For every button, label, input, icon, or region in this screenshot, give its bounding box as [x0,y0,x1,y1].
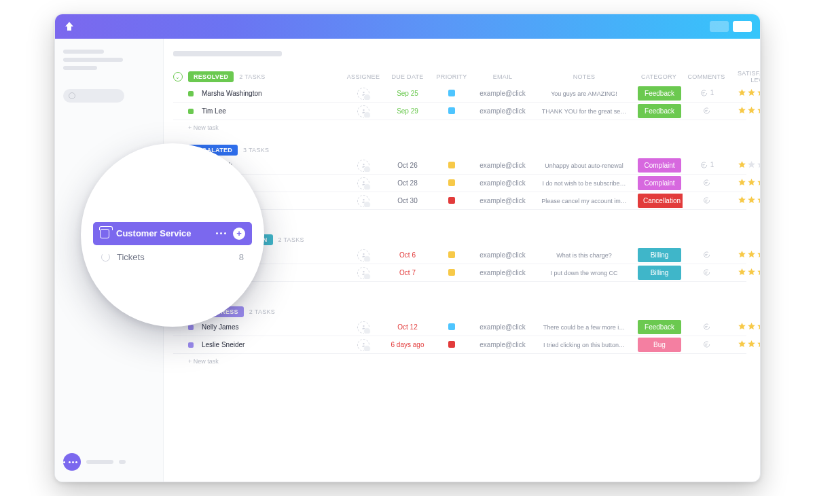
task-row[interactable]: Marsha Washington Sep 25 example@click Y… [173,85,746,103]
satisfaction-stars[interactable] [738,322,761,331]
assignee-avatar[interactable] [357,88,369,100]
add-list-button[interactable]: + [233,228,245,240]
notes-value: What is this charge? [533,252,635,259]
due-date[interactable]: Oct 26 [384,162,431,169]
group-header: ⌄ IN PROGRESS 2 TASKS [173,305,746,319]
assignee-avatar[interactable] [357,249,369,262]
priority-flag-icon[interactable] [448,162,455,168]
priority-flag-icon[interactable] [448,341,455,348]
task-row[interactable]: Kylie Park Oct 26 example@click Unhappy … [173,157,746,175]
sidebar-list-tickets[interactable]: Tickets 8 [93,245,252,262]
comments-button[interactable] [702,250,711,259]
task-row[interactable]: Tom Mckee Oct 7 example@click I put down… [173,264,746,282]
sidebar-placeholder [63,66,97,70]
svg-point-0 [363,92,364,93]
priority-flag-icon[interactable] [448,323,455,330]
task-row[interactable]: Leslie Sneider 6 days ago example@click … [173,336,746,354]
satisfaction-stars[interactable] [738,196,761,204]
comments-button[interactable] [702,196,711,205]
assignee-avatar[interactable] [357,339,369,351]
new-task-button[interactable]: + New task [173,282,746,293]
priority-flag-icon[interactable] [448,107,455,114]
task-title: Marsha Washington [202,90,262,97]
category-pill[interactable]: Complaint [638,158,681,173]
satisfaction-stars[interactable] [738,106,761,115]
comments-button[interactable]: 1 [699,88,714,98]
notes-value: THANK YOU for the great se… [533,108,635,115]
priority-flag-icon[interactable] [448,179,455,186]
task-row[interactable]: Tessa Antonini Oct 28 example@click I do… [173,175,746,192]
top-bar-actions [710,21,752,32]
col-assignee: ASSIGNEE [343,73,384,80]
comments-button[interactable] [702,178,711,187]
top-action-1[interactable] [710,21,729,32]
comments-button[interactable] [702,322,711,331]
new-task-button[interactable]: + New task [173,354,746,365]
assignee-avatar[interactable] [357,321,369,334]
due-date[interactable]: Oct 6 [384,251,431,259]
status-pill[interactable]: RESOLVED [188,71,234,82]
category-pill[interactable]: Cancellation [638,194,683,208]
chat-launcher[interactable] [63,453,155,471]
svg-point-4 [363,199,364,200]
comments-button[interactable] [702,340,711,349]
satisfaction-stars[interactable] [738,160,761,169]
satisfaction-stars[interactable] [738,340,761,348]
email-value: example@click [472,251,533,259]
comments-button[interactable] [702,106,711,115]
category-pill[interactable]: Billing [638,266,681,280]
notes-value: There could be a few more i… [533,324,635,331]
assignee-avatar[interactable] [357,160,369,172]
collapse-toggle-icon[interactable]: ⌄ [173,72,183,82]
priority-flag-icon[interactable] [448,269,455,276]
task-row[interactable]: Tim Lee Sep 29 example@click THANK YOU f… [173,103,746,120]
col-email: EMAIL [472,73,533,80]
notes-value: Please cancel my account im… [533,198,635,204]
sidebar-list-label: Tickets [117,252,145,262]
due-date[interactable]: Oct 7 [384,269,431,276]
assignee-avatar[interactable] [357,195,369,207]
email-value: example@click [472,269,533,276]
satisfaction-stars[interactable] [738,178,761,187]
priority-flag-icon[interactable] [448,90,455,96]
category-pill[interactable]: Complaint [638,176,681,190]
priority-flag-icon[interactable] [448,251,455,258]
sidebar-search-input[interactable] [63,89,124,103]
due-date[interactable]: 6 days ago [384,341,431,348]
satisfaction-stars[interactable] [738,88,761,97]
category-pill[interactable]: Bug [638,338,681,352]
category-pill[interactable]: Feedback [638,104,681,118]
col-due-date: DUE DATE [384,73,431,80]
sidebar-placeholder [63,58,123,62]
new-task-button[interactable]: + New task [173,120,746,131]
priority-flag-icon[interactable] [448,197,455,204]
assignee-avatar[interactable] [357,105,369,118]
email-value: example@click [472,197,533,204]
folder-options-icon[interactable] [216,232,226,234]
folder-icon [100,229,109,238]
col-notes: NOTES [533,73,635,80]
chat-icon [63,453,81,471]
task-row[interactable]: Nelly James Oct 12 example@click There c… [173,319,746,336]
status-square-icon [188,109,194,114]
email-value: example@click [472,179,533,187]
category-pill[interactable]: Billing [638,248,681,262]
category-pill[interactable]: Feedback [638,86,681,101]
assignee-avatar[interactable] [357,267,369,279]
due-date[interactable]: Sep 25 [384,90,431,97]
email-value: example@click [472,90,533,97]
due-date[interactable]: Oct 12 [384,323,431,331]
top-action-2[interactable] [733,21,752,32]
due-date[interactable]: Oct 30 [384,197,431,204]
due-date[interactable]: Oct 28 [384,179,431,187]
category-pill[interactable]: Feedback [638,320,681,334]
list-status-icon [101,253,110,262]
assignee-avatar[interactable] [357,177,369,190]
sidebar-folder-customer-service[interactable]: Customer Service + [93,222,252,245]
due-date[interactable]: Sep 29 [384,107,431,115]
satisfaction-stars[interactable] [738,250,761,259]
comments-button[interactable] [702,268,711,277]
comments-button[interactable]: 1 [699,160,714,170]
group-header: ⌄ ESCALATED 3 TASKS [173,143,746,157]
satisfaction-stars[interactable] [738,268,761,276]
